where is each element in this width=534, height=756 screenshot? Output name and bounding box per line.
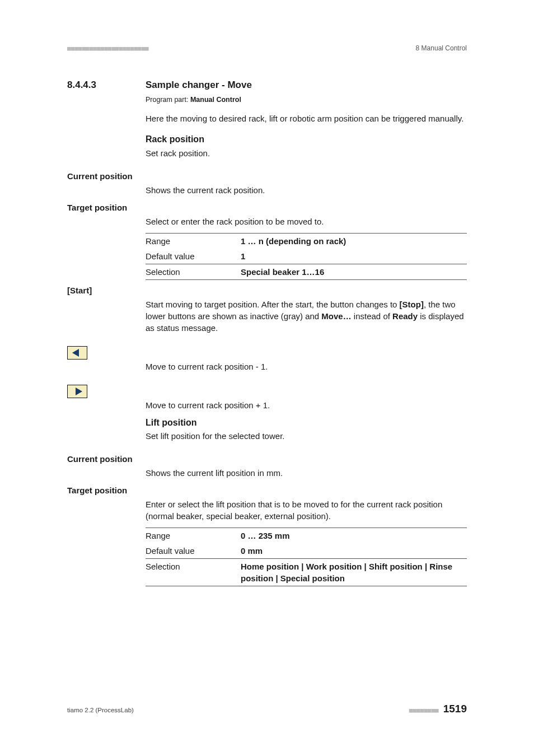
target2-default-label: Default value <box>146 543 241 559</box>
target-1-table: Range 1 … n (depending on rack) Default … <box>146 233 467 280</box>
target-position-1-desc: Select or enter the rack position to be … <box>146 216 467 227</box>
program-part-prefix: Program part: <box>146 96 190 104</box>
target2-range-val: 0 … 235 mm <box>241 528 467 544</box>
start-desc-pre: Start moving to target position. After t… <box>146 300 400 309</box>
start-desc-mid2: instead of <box>352 311 392 321</box>
current-position-1-desc: Shows the current rack position. <box>146 184 467 196</box>
next-arrow-icon <box>67 385 87 398</box>
lift-heading: Lift position <box>146 417 467 429</box>
target-2-table: Range 0 … 235 mm Default value 0 mm Sele… <box>146 528 467 586</box>
footer-page-number: 1519 <box>443 702 467 717</box>
footer-dashes: ■■■■■■■■ <box>409 706 439 715</box>
section-title: Sample changer - Move <box>146 78 252 92</box>
page-header: ■■■■■■■■■■■■■■■■■■■■■■ 8 Manual Control <box>67 44 467 53</box>
target1-range-label: Range <box>146 233 241 249</box>
target2-range-label: Range <box>146 528 241 544</box>
start-desc-stop: [Stop] <box>400 300 424 309</box>
current-position-2-label: Current position <box>67 453 467 465</box>
header-dashes: ■■■■■■■■■■■■■■■■■■■■■■ <box>67 44 149 53</box>
target2-default-val: 0 mm <box>241 543 467 559</box>
target-position-2-desc: Enter or select the lift position that i… <box>146 498 467 522</box>
section-number: 8.4.4.3 <box>67 78 146 92</box>
rack-heading: Rack position <box>146 133 467 146</box>
target1-default-label: Default value <box>146 249 241 264</box>
svg-marker-1 <box>76 388 82 395</box>
start-desc: Start moving to target position. After t… <box>146 298 467 334</box>
section-intro: Here the moving to desired rack, lift or… <box>146 113 467 124</box>
svg-marker-0 <box>72 349 79 357</box>
footer-left: tiamo 2.2 (ProcessLab) <box>67 706 134 715</box>
section-title-row: 8.4.4.3 Sample changer - Move <box>67 78 467 92</box>
target-position-2-label: Target position <box>67 484 467 496</box>
current-position-2-desc: Shows the current lift position in mm. <box>146 467 467 479</box>
target-position-1-label: Target position <box>67 202 467 213</box>
start-label: [Start] <box>67 284 467 296</box>
target1-default-val: 1 <box>241 249 467 264</box>
page-content: 8.4.4.3 Sample changer - Move Program pa… <box>67 78 467 591</box>
program-part: Program part: Manual Control <box>146 95 467 105</box>
target1-selection-val: Special beaker 1…16 <box>241 264 467 279</box>
current-position-1-label: Current position <box>67 170 467 182</box>
lift-desc: Set lift position for the selected tower… <box>146 430 467 442</box>
prev-arrow-icon <box>67 346 87 360</box>
header-chapter: 8 Manual Control <box>416 44 467 53</box>
start-desc-move: Move… <box>321 311 351 321</box>
page-footer: tiamo 2.2 (ProcessLab) ■■■■■■■■ 1519 <box>67 702 467 717</box>
next-arrow-desc: Move to current rack position + 1. <box>146 399 467 411</box>
target1-selection-label: Selection <box>146 264 241 279</box>
target1-range-val: 1 … n (depending on rack) <box>241 233 467 249</box>
target2-selection-val: Home position | Work position | Shift po… <box>241 559 467 586</box>
rack-desc: Set rack position. <box>146 147 467 159</box>
target2-selection-label: Selection <box>146 559 241 586</box>
prev-arrow-desc: Move to current rack position - 1. <box>146 361 467 372</box>
program-part-value: Manual Control <box>190 96 241 104</box>
start-desc-ready: Ready <box>392 311 418 321</box>
